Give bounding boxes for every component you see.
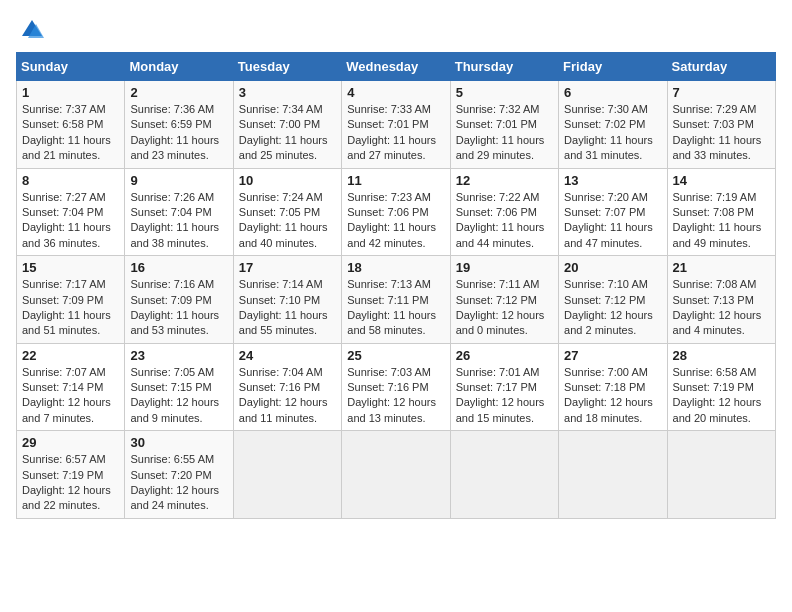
day-info: Sunrise: 7:37 AMSunset: 6:58 PMDaylight:… — [22, 103, 111, 161]
calendar-cell: 25Sunrise: 7:03 AMSunset: 7:16 PMDayligh… — [342, 343, 450, 431]
day-number: 12 — [456, 173, 553, 188]
day-number: 4 — [347, 85, 444, 100]
day-info: Sunrise: 7:08 AMSunset: 7:13 PMDaylight:… — [673, 278, 762, 336]
day-of-week-friday: Friday — [559, 53, 667, 81]
calendar-cell: 18Sunrise: 7:13 AMSunset: 7:11 PMDayligh… — [342, 256, 450, 344]
calendar-cell: 27Sunrise: 7:00 AMSunset: 7:18 PMDayligh… — [559, 343, 667, 431]
day-info: Sunrise: 7:17 AMSunset: 7:09 PMDaylight:… — [22, 278, 111, 336]
day-number: 9 — [130, 173, 227, 188]
day-number: 10 — [239, 173, 336, 188]
day-of-week-saturday: Saturday — [667, 53, 775, 81]
day-number: 11 — [347, 173, 444, 188]
day-number: 19 — [456, 260, 553, 275]
day-info: Sunrise: 7:04 AMSunset: 7:16 PMDaylight:… — [239, 366, 328, 424]
day-info: Sunrise: 7:32 AMSunset: 7:01 PMDaylight:… — [456, 103, 545, 161]
calendar-table: SundayMondayTuesdayWednesdayThursdayFrid… — [16, 52, 776, 519]
calendar-cell: 1Sunrise: 7:37 AMSunset: 6:58 PMDaylight… — [17, 81, 125, 169]
calendar-cell: 19Sunrise: 7:11 AMSunset: 7:12 PMDayligh… — [450, 256, 558, 344]
day-info: Sunrise: 7:10 AMSunset: 7:12 PMDaylight:… — [564, 278, 653, 336]
day-info: Sunrise: 7:07 AMSunset: 7:14 PMDaylight:… — [22, 366, 111, 424]
calendar-cell: 4Sunrise: 7:33 AMSunset: 7:01 PMDaylight… — [342, 81, 450, 169]
day-number: 5 — [456, 85, 553, 100]
day-number: 20 — [564, 260, 661, 275]
calendar-cell: 13Sunrise: 7:20 AMSunset: 7:07 PMDayligh… — [559, 168, 667, 256]
calendar-cell: 26Sunrise: 7:01 AMSunset: 7:17 PMDayligh… — [450, 343, 558, 431]
day-info: Sunrise: 7:19 AMSunset: 7:08 PMDaylight:… — [673, 191, 762, 249]
day-info: Sunrise: 7:01 AMSunset: 7:17 PMDaylight:… — [456, 366, 545, 424]
day-number: 1 — [22, 85, 119, 100]
calendar-body: 1Sunrise: 7:37 AMSunset: 6:58 PMDaylight… — [17, 81, 776, 519]
day-number: 22 — [22, 348, 119, 363]
day-number: 16 — [130, 260, 227, 275]
day-info: Sunrise: 7:14 AMSunset: 7:10 PMDaylight:… — [239, 278, 328, 336]
day-info: Sunrise: 6:58 AMSunset: 7:19 PMDaylight:… — [673, 366, 762, 424]
calendar-cell: 24Sunrise: 7:04 AMSunset: 7:16 PMDayligh… — [233, 343, 341, 431]
day-number: 29 — [22, 435, 119, 450]
day-of-week-thursday: Thursday — [450, 53, 558, 81]
calendar-cell — [233, 431, 341, 519]
day-number: 6 — [564, 85, 661, 100]
calendar-cell: 7Sunrise: 7:29 AMSunset: 7:03 PMDaylight… — [667, 81, 775, 169]
day-number: 23 — [130, 348, 227, 363]
day-info: Sunrise: 7:27 AMSunset: 7:04 PMDaylight:… — [22, 191, 111, 249]
calendar-cell: 22Sunrise: 7:07 AMSunset: 7:14 PMDayligh… — [17, 343, 125, 431]
calendar-cell — [342, 431, 450, 519]
page-header — [16, 16, 776, 44]
day-number: 15 — [22, 260, 119, 275]
calendar-cell: 14Sunrise: 7:19 AMSunset: 7:08 PMDayligh… — [667, 168, 775, 256]
calendar-cell: 2Sunrise: 7:36 AMSunset: 6:59 PMDaylight… — [125, 81, 233, 169]
day-info: Sunrise: 7:30 AMSunset: 7:02 PMDaylight:… — [564, 103, 653, 161]
day-of-week-monday: Monday — [125, 53, 233, 81]
days-of-week-row: SundayMondayTuesdayWednesdayThursdayFrid… — [17, 53, 776, 81]
day-info: Sunrise: 6:57 AMSunset: 7:19 PMDaylight:… — [22, 453, 111, 511]
day-info: Sunrise: 7:05 AMSunset: 7:15 PMDaylight:… — [130, 366, 219, 424]
day-number: 3 — [239, 85, 336, 100]
calendar-cell: 23Sunrise: 7:05 AMSunset: 7:15 PMDayligh… — [125, 343, 233, 431]
day-info: Sunrise: 7:29 AMSunset: 7:03 PMDaylight:… — [673, 103, 762, 161]
day-of-week-tuesday: Tuesday — [233, 53, 341, 81]
day-number: 21 — [673, 260, 770, 275]
day-info: Sunrise: 7:03 AMSunset: 7:16 PMDaylight:… — [347, 366, 436, 424]
day-number: 18 — [347, 260, 444, 275]
calendar-cell: 30Sunrise: 6:55 AMSunset: 7:20 PMDayligh… — [125, 431, 233, 519]
calendar-cell: 9Sunrise: 7:26 AMSunset: 7:04 PMDaylight… — [125, 168, 233, 256]
day-info: Sunrise: 7:16 AMSunset: 7:09 PMDaylight:… — [130, 278, 219, 336]
calendar-cell: 28Sunrise: 6:58 AMSunset: 7:19 PMDayligh… — [667, 343, 775, 431]
day-number: 25 — [347, 348, 444, 363]
day-number: 7 — [673, 85, 770, 100]
day-number: 17 — [239, 260, 336, 275]
day-number: 26 — [456, 348, 553, 363]
day-info: Sunrise: 7:20 AMSunset: 7:07 PMDaylight:… — [564, 191, 653, 249]
calendar-cell: 17Sunrise: 7:14 AMSunset: 7:10 PMDayligh… — [233, 256, 341, 344]
calendar-cell: 3Sunrise: 7:34 AMSunset: 7:00 PMDaylight… — [233, 81, 341, 169]
calendar-cell — [667, 431, 775, 519]
day-info: Sunrise: 7:33 AMSunset: 7:01 PMDaylight:… — [347, 103, 436, 161]
calendar-week-2: 8Sunrise: 7:27 AMSunset: 7:04 PMDaylight… — [17, 168, 776, 256]
day-of-week-sunday: Sunday — [17, 53, 125, 81]
calendar-cell: 29Sunrise: 6:57 AMSunset: 7:19 PMDayligh… — [17, 431, 125, 519]
day-info: Sunrise: 7:22 AMSunset: 7:06 PMDaylight:… — [456, 191, 545, 249]
calendar-cell: 16Sunrise: 7:16 AMSunset: 7:09 PMDayligh… — [125, 256, 233, 344]
day-info: Sunrise: 7:24 AMSunset: 7:05 PMDaylight:… — [239, 191, 328, 249]
calendar-cell: 20Sunrise: 7:10 AMSunset: 7:12 PMDayligh… — [559, 256, 667, 344]
day-info: Sunrise: 7:23 AMSunset: 7:06 PMDaylight:… — [347, 191, 436, 249]
day-number: 30 — [130, 435, 227, 450]
day-info: Sunrise: 7:00 AMSunset: 7:18 PMDaylight:… — [564, 366, 653, 424]
day-number: 13 — [564, 173, 661, 188]
day-info: Sunrise: 6:55 AMSunset: 7:20 PMDaylight:… — [130, 453, 219, 511]
calendar-week-5: 29Sunrise: 6:57 AMSunset: 7:19 PMDayligh… — [17, 431, 776, 519]
day-of-week-wednesday: Wednesday — [342, 53, 450, 81]
day-number: 8 — [22, 173, 119, 188]
day-info: Sunrise: 7:26 AMSunset: 7:04 PMDaylight:… — [130, 191, 219, 249]
calendar-week-3: 15Sunrise: 7:17 AMSunset: 7:09 PMDayligh… — [17, 256, 776, 344]
day-number: 27 — [564, 348, 661, 363]
day-info: Sunrise: 7:13 AMSunset: 7:11 PMDaylight:… — [347, 278, 436, 336]
logo — [16, 16, 46, 44]
calendar-cell: 12Sunrise: 7:22 AMSunset: 7:06 PMDayligh… — [450, 168, 558, 256]
calendar-week-1: 1Sunrise: 7:37 AMSunset: 6:58 PMDaylight… — [17, 81, 776, 169]
calendar-cell: 21Sunrise: 7:08 AMSunset: 7:13 PMDayligh… — [667, 256, 775, 344]
calendar-cell: 5Sunrise: 7:32 AMSunset: 7:01 PMDaylight… — [450, 81, 558, 169]
day-info: Sunrise: 7:36 AMSunset: 6:59 PMDaylight:… — [130, 103, 219, 161]
day-number: 14 — [673, 173, 770, 188]
logo-icon — [18, 16, 46, 44]
